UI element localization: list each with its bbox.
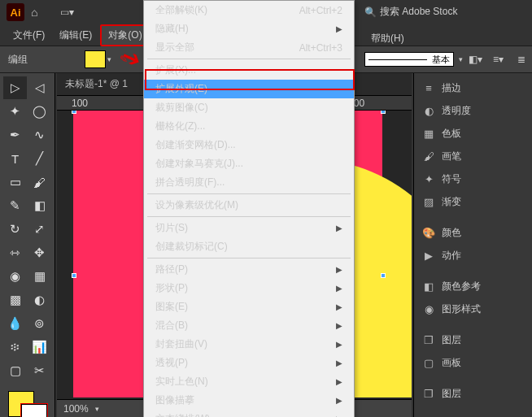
shape-builder-tool[interactable]: ◉ — [3, 265, 27, 288]
menu-mosaic: 创建对象马赛克(J)... — [144, 154, 354, 173]
width-tool[interactable]: ⇿ — [3, 241, 27, 264]
menu-hide[interactable]: 隐藏(H)▶ — [144, 20, 354, 38]
rotate-tool[interactable]: ↻ — [3, 218, 27, 241]
stroke-icon: ≡ — [422, 82, 435, 94]
line-tool[interactable]: ╱ — [28, 147, 51, 170]
menu-unlock-all[interactable]: 全部解锁(K)Alt+Ctrl+2 — [144, 1, 354, 20]
panel-transparency[interactable]: ◐透明度 — [414, 99, 532, 122]
menu-expand[interactable]: 扩展(X)... — [144, 61, 354, 80]
menu-file[interactable]: 文件(F) — [7, 26, 51, 45]
transparency-icon: ◐ — [422, 105, 435, 117]
menu-rasterize[interactable]: 栅格化(Z)... — [144, 117, 354, 136]
menu-blend[interactable]: 混合(B)▶ — [144, 316, 354, 335]
artboard-tool[interactable]: ▢ — [3, 359, 27, 382]
artboards-icon: ▢ — [422, 357, 435, 369]
chevron-down-icon[interactable]: ▾ — [107, 55, 111, 63]
scale-tool[interactable]: ⤢ — [28, 218, 51, 241]
paintbrush-tool[interactable]: 🖌 — [28, 171, 51, 193]
app-icon: Ai — [7, 3, 24, 21]
selection-handle[interactable] — [381, 111, 386, 114]
panel-color-guide[interactable]: ◧颜色参考 — [414, 275, 532, 298]
graphic-styles-icon: ◉ — [422, 303, 435, 315]
layers-icon: ❐ — [422, 334, 435, 346]
pen-tool[interactable]: ✒ — [3, 124, 27, 146]
eyedropper-tool[interactable]: 💧 — [3, 312, 27, 335]
doc-icon[interactable]: ▭▾ — [60, 7, 74, 18]
slice-tool[interactable]: ✂ — [28, 359, 51, 382]
menu-crop-image: 裁剪图像(C) — [144, 98, 354, 117]
menu-expand-appearance[interactable]: 扩展外观(E) — [144, 80, 354, 98]
more-icon[interactable]: ≣ — [517, 54, 525, 65]
fill-swatch[interactable] — [85, 50, 106, 68]
symbols-icon: ✦ — [422, 173, 435, 185]
panel-color[interactable]: 🎨颜色 — [414, 221, 532, 244]
fill-stroke-swatch[interactable] — [3, 388, 51, 417]
mesh-tool[interactable]: ▩ — [3, 289, 27, 311]
opacity-icon[interactable]: ◧▾ — [469, 54, 482, 65]
panel-brushes[interactable]: 🖌画笔 — [414, 145, 532, 167]
menu-text-wrap[interactable]: 文本绕排(W)▶ — [144, 410, 354, 417]
gradient-tool[interactable]: ◐ — [28, 289, 51, 311]
direct-selection-tool[interactable]: ◁ — [28, 76, 51, 99]
panel-swatches[interactable]: ▦色板 — [414, 122, 532, 145]
stroke-style-label: 基本 — [432, 54, 450, 66]
group-label: 编组 — [8, 53, 28, 67]
menu-perspective[interactable]: 透视(P)▶ — [144, 354, 354, 372]
free-transform-tool[interactable]: ✥ — [28, 241, 51, 264]
magic-wand-tool[interactable]: ✦ — [3, 100, 27, 123]
panel-symbols[interactable]: ✦符号 — [414, 167, 532, 190]
menu-path[interactable]: 路径(P)▶ — [144, 260, 354, 279]
panel-actions[interactable]: ▶动作 — [414, 244, 532, 267]
type-tool[interactable]: T — [3, 147, 27, 170]
align-icon[interactable]: ≡▾ — [493, 54, 504, 65]
search-placeholder: 搜索 Adobe Stock — [380, 5, 457, 19]
menu-help[interactable]: 帮助(H) — [364, 29, 411, 48]
menu-slice[interactable]: 切片(S)▶ — [144, 219, 354, 237]
zoom-level[interactable]: 100% — [63, 403, 89, 415]
panel-graphic-styles[interactable]: ◉图形样式 — [414, 298, 532, 320]
lasso-tool[interactable]: ◯ — [28, 100, 51, 123]
blend-tool[interactable]: ⊚ — [28, 312, 51, 335]
chevron-down-icon[interactable]: ▾ — [95, 405, 99, 413]
rectangle-tool[interactable]: ▭ — [3, 171, 27, 193]
actions-icon: ▶ — [422, 250, 435, 262]
menu-flatten[interactable]: 拼合透明度(F)... — [144, 173, 354, 192]
menu-crop-marks[interactable]: 创建裁切标记(C) — [144, 237, 354, 256]
selection-handle[interactable] — [72, 273, 76, 278]
menu-edit[interactable]: 编辑(E) — [53, 26, 98, 45]
menu-live-paint[interactable]: 实时上色(N)▶ — [144, 372, 354, 391]
chevron-down-icon[interactable]: ▾ — [459, 55, 463, 63]
menu-image-trace[interactable]: 图像描摹▶ — [144, 391, 354, 410]
selection-handle[interactable] — [381, 273, 386, 278]
menu-show-all[interactable]: 显示全部Alt+Ctrl+3 — [144, 38, 354, 57]
layers-icon: ❐ — [422, 388, 435, 400]
panel-stroke[interactable]: ≡描边 — [414, 76, 532, 99]
stroke-style[interactable]: 基本 — [364, 52, 454, 67]
selection-tool[interactable]: ▷ — [3, 76, 27, 99]
color-guide-icon: ◧ — [422, 280, 435, 293]
color-icon: 🎨 — [422, 227, 435, 239]
menu-pattern[interactable]: 图案(E)▶ — [144, 298, 354, 316]
search-adobe-stock[interactable]: 🔍 搜索 Adobe Stock — [364, 5, 457, 19]
symbol-sprayer-tool[interactable]: ፨ — [3, 336, 27, 358]
object-menu-dropdown: 全部解锁(K)Alt+Ctrl+2 隐藏(H)▶ 显示全部Alt+Ctrl+3 … — [143, 0, 355, 417]
menu-gradient-mesh[interactable]: 创建渐变网格(D)... — [144, 136, 354, 154]
shaper-tool[interactable]: ✎ — [3, 194, 27, 217]
panel-layers[interactable]: ❐图层 — [414, 328, 532, 351]
panel-gradient[interactable]: ▨渐变 — [414, 190, 532, 213]
menu-shape[interactable]: 形状(P)▶ — [144, 279, 354, 298]
brushes-icon: 🖌 — [422, 150, 435, 163]
selection-handle[interactable] — [72, 111, 76, 114]
search-icon: 🔍 — [364, 7, 377, 18]
gradient-icon: ▨ — [422, 196, 435, 208]
curvature-tool[interactable]: ∿ — [28, 124, 51, 146]
graph-tool[interactable]: 📊 — [28, 336, 51, 358]
menu-envelope[interactable]: 封套扭曲(V)▶ — [144, 335, 354, 354]
home-icon[interactable]: ⌂ — [31, 6, 37, 19]
tool-panel: ▷ ◁ ✦ ◯ ✒ ∿ T ╱ ▭ 🖌 ✎ ◧ ↻ ⤢ ⇿ ✥ ◉ ▦ ▩ ◐ … — [0, 73, 55, 417]
panel-artboards[interactable]: ▢画板 — [414, 351, 532, 374]
perspective-tool[interactable]: ▦ — [28, 265, 51, 288]
menu-pixel-perfect[interactable]: 设为像素级优化(M) — [144, 196, 354, 215]
eraser-tool[interactable]: ◧ — [28, 194, 51, 217]
panel-layers-2[interactable]: ❐图层 — [414, 382, 532, 405]
